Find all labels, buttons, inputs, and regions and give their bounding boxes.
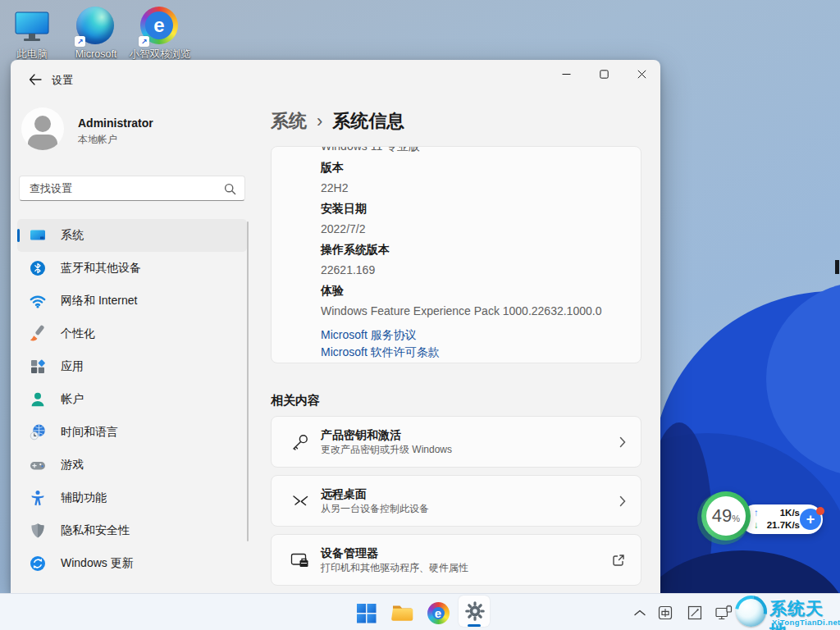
sidebar-item-network[interactable]: 网络和 Internet — [17, 285, 247, 317]
sidebar-scrollbar[interactable] — [247, 221, 249, 541]
shortcut-arrow-icon: ↗ — [75, 36, 85, 47]
info-value: Windows Feature Experience Pack 1000.226… — [321, 301, 641, 322]
sidebar-item-personalization[interactable]: 个性化 — [17, 317, 247, 350]
tray-input-method[interactable] — [655, 603, 675, 623]
chevron-right-icon — [619, 495, 626, 507]
info-value: 22H2 — [321, 178, 641, 199]
sidebar-item-windows-update[interactable]: Windows 更新 — [17, 547, 247, 580]
remote-desktop-icon — [290, 491, 311, 511]
related-card-title: 产品密钥和激活 — [321, 427, 452, 441]
sidebar-item-apps[interactable]: 应用 — [17, 350, 247, 383]
desktop-icon-microsoft-edge[interactable]: ↗ Microsoft — [62, 7, 130, 60]
sidebar-item-time-language[interactable]: 时间和语言 — [17, 416, 247, 449]
info-label: 体验 — [321, 281, 641, 301]
os-info-card: Windows 11 专业版 版本 22H2 安装日期 2022/7/2 操作系… — [271, 146, 641, 363]
selected-indicator — [17, 229, 20, 242]
browser-e-icon: e — [427, 602, 450, 624]
shield-icon — [29, 522, 47, 540]
windows-logo-icon — [356, 603, 377, 623]
related-card-title: 设备管理器 — [321, 546, 468, 559]
sidebar-item-accounts[interactable]: 帐户 — [17, 383, 247, 416]
related-card-activation[interactable]: 产品密钥和激活 更改产品密钥或升级 Windows — [271, 416, 641, 468]
desktop-icon-this-pc[interactable]: 此电脑 — [0, 7, 66, 60]
accessibility-icon — [29, 489, 47, 507]
start-button[interactable] — [354, 601, 377, 624]
pen-square-icon — [687, 605, 703, 621]
avatar[interactable] — [21, 107, 64, 150]
info-label: 操作系统版本 — [321, 240, 641, 260]
related-card-remote-desktop[interactable]: 远程桌面 从另一台设备控制此设备 — [271, 475, 641, 527]
sidebar-item-system[interactable]: 系统 — [17, 219, 247, 252]
brush-icon — [29, 325, 47, 343]
browser-e-icon: e — [140, 7, 178, 44]
related-card-subtitle: 打印机和其他驱动程序、硬件属性 — [321, 560, 468, 574]
notification-dot — [816, 507, 824, 515]
related-card-subtitle: 从另一台设备控制此设备 — [321, 501, 429, 515]
maximize-icon — [600, 70, 609, 79]
chevron-right-icon — [619, 436, 626, 448]
maximize-button[interactable] — [586, 62, 622, 86]
window-title: 设置 — [52, 73, 73, 88]
minimize-icon — [562, 70, 571, 79]
system-icon — [29, 226, 47, 244]
license-terms-link[interactable]: Microsoft 软件许可条款 — [321, 344, 641, 361]
account-name: Administrator — [78, 116, 153, 130]
tray-pen-utility[interactable] — [685, 603, 705, 623]
sidebar-item-accessibility[interactable]: 辅助功能 — [17, 482, 247, 514]
close-icon — [637, 70, 646, 79]
gear-icon — [464, 600, 486, 622]
globe-clock-icon — [29, 423, 47, 441]
sidebar-item-gaming[interactable]: 游戏 — [17, 449, 247, 482]
breadcrumb: 系统›系统信息 — [271, 109, 404, 134]
sidebar-item-label: Windows 更新 — [61, 556, 134, 571]
download-row: ↓ 21.7K/s — [754, 519, 800, 532]
sidebar-item-label: 系统 — [61, 228, 84, 243]
services-agreement-link[interactable]: Microsoft 服务协议 — [321, 326, 641, 344]
info-label: 安装日期 — [321, 199, 641, 219]
wifi-icon — [29, 292, 47, 310]
related-card-device-manager[interactable]: 设备管理器 打印机和其他驱动程序、硬件属性 — [271, 534, 641, 586]
breadcrumb-parent[interactable]: 系统 — [271, 111, 307, 131]
breadcrumb-current: 系统信息 — [332, 111, 404, 131]
watermark: 系统天地 XiTongTianDi.net — [733, 594, 840, 630]
settings-taskbar-button[interactable] — [463, 600, 486, 623]
monitor-plug-icon — [714, 605, 733, 621]
related-heading: 相关内容 — [271, 392, 320, 409]
browser-taskbar-button[interactable]: e — [427, 601, 450, 624]
sidebar-item-privacy[interactable]: 隐私和安全性 — [17, 514, 247, 547]
related-card-subtitle: 更改产品密钥或升级 Windows — [321, 442, 452, 456]
apps-icon — [29, 358, 47, 376]
related-card-title: 远程桌面 — [321, 486, 429, 500]
desktop-icon-browser[interactable]: e ↗ 小智双核浏览 — [126, 7, 194, 60]
sidebar-item-label: 蓝牙和其他设备 — [61, 261, 141, 276]
person-icon — [29, 390, 47, 409]
percent-symbol: % — [732, 514, 740, 523]
memory-percent-ball[interactable]: 49 % — [701, 491, 751, 541]
active-app-indicator — [468, 624, 481, 627]
sidebar-item-label: 应用 — [61, 359, 84, 374]
device-manager-icon — [290, 550, 311, 570]
net-speed-pill[interactable]: ↑ 1K/s ↓ 21.7K/s + — [741, 504, 823, 534]
search-input[interactable] — [20, 176, 244, 200]
percent-value: 49 — [712, 507, 732, 525]
sidebar-item-label: 帐户 — [61, 392, 84, 407]
file-explorer-button[interactable] — [390, 601, 413, 624]
sidebar-item-label: 游戏 — [61, 458, 84, 472]
upload-arrow-icon: ↑ — [754, 507, 759, 519]
gamepad-icon — [29, 456, 47, 474]
upload-speed: 1K/s — [780, 507, 800, 519]
download-arrow-icon: ↓ — [754, 519, 759, 532]
close-button[interactable] — [623, 62, 660, 86]
tray-chevron-up[interactable] — [630, 603, 650, 623]
sidebar-item-label: 隐私和安全性 — [61, 523, 130, 538]
back-button[interactable] — [24, 70, 47, 89]
minimize-button[interactable] — [548, 62, 584, 86]
sidebar-item-bluetooth[interactable]: 蓝牙和其他设备 — [17, 252, 247, 285]
key-icon — [290, 431, 311, 453]
tray-display-utility[interactable] — [714, 603, 733, 623]
watermark-site: XiTongTianDi.net — [772, 618, 840, 627]
chevron-up-icon — [634, 609, 646, 616]
screen-artifact — [835, 260, 839, 274]
desktop-icon-label: 此电脑 — [0, 48, 66, 60]
info-label: 版本 — [321, 158, 641, 178]
